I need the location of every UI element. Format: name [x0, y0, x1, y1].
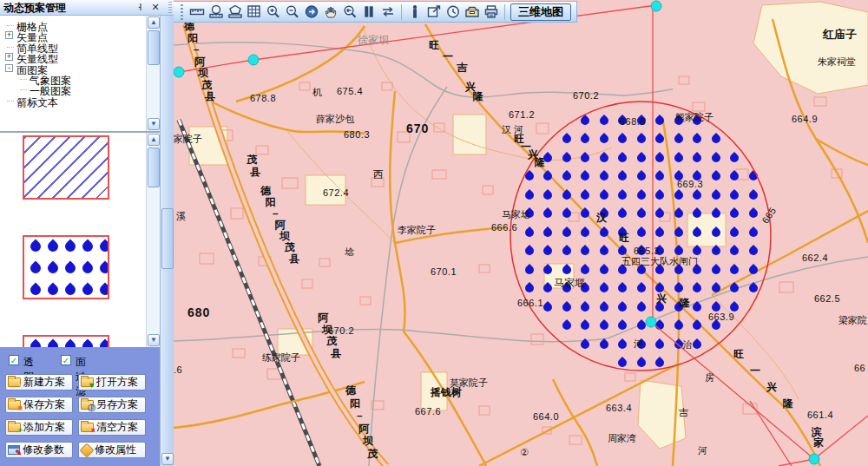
drop-glyph [81, 261, 95, 276]
pattern-swatch-hatch[interactable] [23, 135, 109, 200]
drop-glyph [63, 283, 78, 298]
drop-glyph [46, 261, 61, 276]
tree-connector [20, 89, 27, 90]
toolbar-grip[interactable] [181, 4, 183, 20]
expand-icon[interactable]: + [5, 31, 13, 39]
plan-annotation-overlay [174, 0, 868, 466]
zoom-out-icon[interactable] [283, 3, 302, 21]
drop-glyph [98, 339, 109, 347]
collapse-icon[interactable]: - [5, 64, 13, 72]
scroll-up-icon[interactable]: ▲ [148, 16, 160, 29]
button-label: 另存方案 [96, 397, 138, 412]
drop-glyph [98, 261, 109, 276]
clock-icon[interactable] [444, 3, 463, 21]
export-icon[interactable] [424, 3, 444, 21]
edit-props-icon [80, 443, 95, 457]
tree-connector [7, 25, 14, 26]
vertex-marker[interactable] [248, 55, 259, 65]
expand-icon[interactable]: + [5, 53, 13, 61]
drop-glyph [46, 240, 61, 254]
drop-glyph [63, 240, 78, 254]
close-icon[interactable]: ✕ [149, 2, 161, 14]
vertex-marker[interactable] [646, 317, 656, 327]
zoom-in-icon[interactable] [264, 3, 283, 21]
drop-glyph [81, 283, 95, 298]
tree-connector [20, 79, 27, 80]
scroll-down-icon[interactable]: ▼ [148, 118, 160, 130]
button-label: 修改属性 [95, 443, 136, 457]
archive-icon[interactable] [463, 3, 482, 21]
panel-drag-grip[interactable] [168, 2, 172, 14]
pattern-swatch-drops[interactable] [23, 335, 109, 347]
button-保存方案[interactable]: ■保存方案 [5, 397, 73, 413]
vertex-marker[interactable] [809, 454, 819, 464]
drop-glyph [46, 339, 61, 347]
button-修改属性[interactable]: 修改属性 [78, 442, 146, 458]
drop-glyph [46, 283, 61, 298]
outer-scroll-thumb[interactable] [161, 208, 174, 269]
button-清空方案[interactable]: ×清空方案 [78, 419, 146, 436]
checkbox-icon[interactable]: ✓ [9, 355, 19, 365]
measure-polygon-icon[interactable] [226, 3, 245, 21]
button-打开方案[interactable]: ▼打开方案 [78, 374, 146, 391]
button-label: 打开方案 [96, 375, 138, 390]
plan-red-line [750, 401, 792, 466]
measure-distance-icon[interactable] [187, 3, 207, 21]
folder-add-icon: + [8, 423, 21, 432]
pattern-swatch-list [0, 133, 146, 347]
scroll-down-icon[interactable]: ▼ [148, 334, 160, 346]
pin-icon[interactable]: ˧ [134, 2, 146, 14]
button-label: 新建方案 [23, 375, 65, 390]
button-添加方案[interactable]: +添加方案 [5, 419, 73, 436]
panel-outer-scrollbar[interactable]: ▼ [160, 16, 174, 466]
pattern-swatch-drops[interactable] [23, 235, 109, 299]
scroll-up-icon[interactable]: ▲ [148, 134, 160, 146]
scroll-down-icon[interactable]: ▼ [161, 453, 174, 465]
print-icon[interactable] [482, 3, 501, 21]
vertex-marker[interactable] [174, 67, 184, 77]
drop-glyph [29, 261, 43, 276]
button-label: 添加方案 [23, 420, 65, 435]
button-修改参数[interactable]: ✎修改参数 [5, 442, 73, 458]
swap-icon[interactable] [378, 3, 398, 21]
drop-glyph [98, 283, 109, 298]
application-window: 徐家坝678.8机675.4薛家沙包680.3670671.2汉 河670.26… [0, 0, 868, 466]
checkbox-icon[interactable]: ✓ [61, 355, 71, 365]
map-canvas[interactable]: 徐家坝678.8机675.4薛家沙包680.3670671.2汉 河670.26… [174, 0, 868, 466]
plan-controls-panel: ✓透明✓面过滤 ▫新建方案▼打开方案■保存方案ⓘ另存方案+添加方案×清空方案✎修… [0, 347, 160, 466]
folder-new-icon: ▫ [8, 377, 21, 387]
swatch-scrollbar[interactable]: ▲ ▼ [146, 133, 160, 347]
panel-title: 动态预案管理 [3, 2, 66, 14]
plan-red-line [651, 322, 814, 459]
tree-scrollbar[interactable]: ▲ ▼ [146, 16, 160, 131]
zoom-back-icon[interactable] [340, 3, 359, 21]
toolbar-separator [401, 4, 402, 20]
measure-circle-icon[interactable] [207, 3, 226, 21]
grid-icon[interactable] [245, 3, 264, 21]
vertex-marker[interactable] [651, 1, 661, 11]
plan-region-outline[interactable] [510, 102, 771, 371]
info-icon[interactable] [405, 3, 424, 21]
plan-red-line [814, 416, 868, 459]
button-label: 清空方案 [96, 420, 138, 435]
tree-connector [7, 101, 14, 102]
folder-saveas-icon: ⓘ [81, 400, 94, 410]
drop-glyph [81, 240, 95, 254]
zoom-full-icon[interactable] [302, 3, 321, 21]
pause-icon[interactable] [359, 3, 378, 21]
button-新建方案[interactable]: ▫新建方案 [5, 374, 73, 391]
map-3d-button[interactable]: 三维地图 [510, 3, 571, 21]
folder-save-icon: ■ [8, 400, 21, 410]
panel-titlebar: 动态预案管理 ˧ ✕ [0, 0, 174, 16]
edit-params-icon: ✎ [8, 445, 20, 455]
drop-glyph [98, 240, 109, 254]
button-另存方案[interactable]: ⓘ另存方案 [78, 397, 146, 413]
tree-connector [7, 47, 14, 48]
button-label: 保存方案 [23, 397, 65, 412]
folder-clear-icon: × [81, 423, 94, 432]
tree-scroll-thumb[interactable] [148, 30, 160, 65]
swatch-scroll-thumb[interactable] [148, 148, 160, 187]
pan-hand-icon[interactable] [321, 3, 340, 21]
plan-manager-panel: 动态预案管理 ˧ ✕ 栅格点+矢量点简单线型+矢量线型-面图案气象图案一般图案箭… [0, 0, 174, 466]
drop-glyph [63, 339, 78, 347]
